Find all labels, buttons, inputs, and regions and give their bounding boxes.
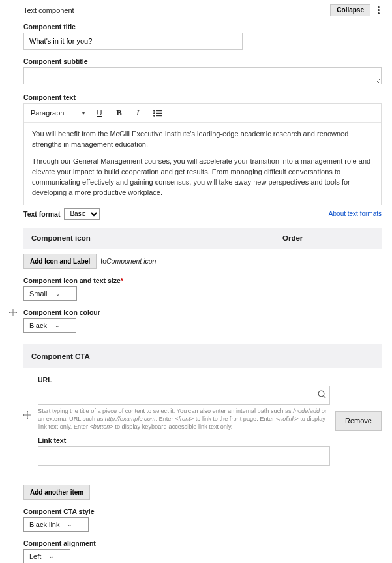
icon-text-size-label: Component icon and text size* [23, 277, 382, 284]
add-icon-target-text: toComponent icon [100, 257, 156, 265]
bold-button[interactable]: B [113, 106, 125, 119]
kebab-menu[interactable] [376, 4, 382, 16]
alignment-label: Component alignment [23, 540, 382, 547]
divider [23, 478, 382, 478]
drag-handle-icon[interactable] [9, 309, 17, 316]
svg-point-4 [153, 115, 155, 116]
chevron-down-icon: ⌄ [55, 322, 60, 329]
svg-line-7 [324, 396, 325, 398]
add-another-item-button[interactable]: Add another item [23, 485, 90, 500]
svg-point-2 [153, 112, 155, 114]
url-label: URL [38, 376, 330, 384]
rich-text-editor[interactable]: You will benefit from the McGill Executi… [24, 123, 381, 205]
svg-rect-1 [156, 110, 162, 110]
icon-colour-value: Black [29, 322, 47, 329]
url-input[interactable] [38, 386, 330, 405]
chevron-down-icon: ⌄ [55, 290, 61, 297]
text-format-label: Text format [23, 210, 60, 218]
link-text-input[interactable] [38, 446, 330, 466]
component-subtitle-label: Component subtitle [23, 57, 382, 65]
cta-style-value: Black link [29, 521, 59, 528]
cta-style-label: Component CTA style [23, 508, 382, 515]
remove-button[interactable]: Remove [335, 411, 382, 431]
svg-point-0 [153, 110, 155, 111]
url-help-text: Start typing the title of a piece of con… [38, 407, 330, 431]
text-format-select[interactable]: Basic [64, 208, 100, 220]
component-title-label: Component title [23, 23, 382, 31]
paragraph-format-select[interactable]: Paragraph ▾ [31, 109, 85, 117]
chevron-down-icon: ⌄ [67, 521, 72, 528]
icon-colour-label: Component icon colour [23, 309, 382, 316]
component-icon-band: Component icon Order [23, 228, 382, 249]
paragraph-format-value: Paragraph [31, 109, 64, 117]
icon-text-size-select[interactable]: Small ⌄ [23, 286, 77, 301]
about-text-formats-link[interactable]: About text formats [329, 210, 382, 217]
drag-handle-icon[interactable] [23, 411, 31, 419]
chevron-down-icon: ⌄ [49, 553, 54, 560]
underline-button[interactable]: U [94, 108, 104, 118]
svg-point-6 [318, 391, 324, 397]
add-icon-label-button[interactable]: Add Icon and Label [23, 254, 97, 269]
order-heading: Order [282, 234, 374, 242]
alignment-value: Left [29, 553, 41, 560]
bullet-list-button[interactable] [151, 108, 165, 118]
svg-rect-3 [156, 112, 162, 113]
collapse-button[interactable]: Collapse [330, 4, 370, 16]
link-text-label: Link text [38, 436, 330, 444]
editor-paragraph: You will benefit from the McGill Executi… [32, 129, 373, 150]
cta-style-select[interactable]: Black link ⌄ [23, 517, 89, 532]
component-type-title: Text component [23, 7, 74, 14]
italic-button[interactable]: I [134, 106, 142, 119]
icon-colour-select[interactable]: Black ⌄ [23, 318, 76, 333]
icon-text-size-value: Small [29, 290, 48, 297]
component-text-label: Component text [23, 93, 382, 101]
component-icon-heading: Component icon [31, 234, 282, 242]
component-cta-heading: Component CTA [23, 344, 382, 368]
svg-rect-5 [156, 115, 162, 115]
editor-paragraph: Through our General Management courses, … [32, 157, 373, 198]
search-icon[interactable] [318, 390, 326, 401]
alignment-select[interactable]: Left ⌄ [23, 549, 70, 563]
component-title-input[interactable] [23, 33, 243, 50]
component-subtitle-input[interactable] [23, 67, 382, 84]
chevron-down-icon: ▾ [82, 110, 85, 116]
